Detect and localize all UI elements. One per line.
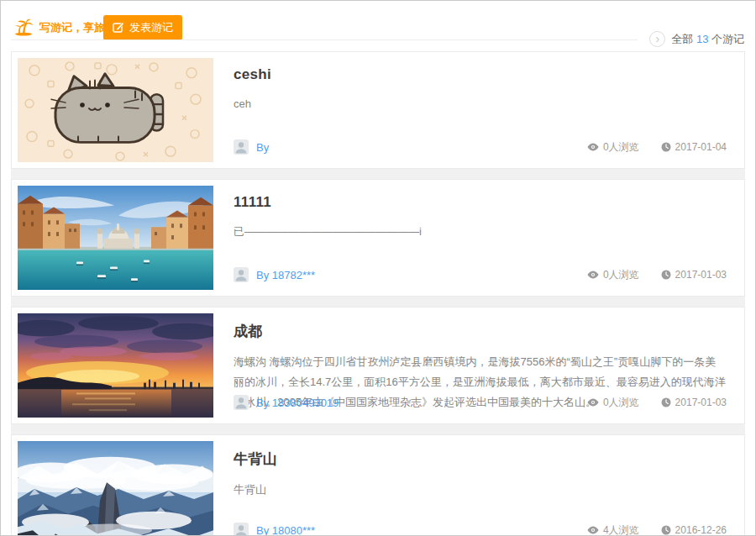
travel-note-list: ceshi ceh By 0人浏览 [11, 51, 745, 536]
note-description: ceh [234, 94, 727, 114]
brand: 写游记，享旅途 [14, 18, 116, 36]
author-link[interactable]: By 18380493019 [256, 397, 339, 409]
eye-icon [587, 271, 599, 279]
clock-icon [661, 525, 671, 535]
travel-note-card: 牛背山 牛背山 By 18080*** 4人浏览 [11, 434, 745, 536]
eye-icon [587, 526, 599, 534]
travel-notes-page: 写游记，享旅途 发表游记 › 全部 13 个游记 [0, 0, 756, 536]
clock-icon [661, 142, 671, 152]
thumbnail-snow-mountain[interactable] [18, 441, 213, 536]
publish-note-button[interactable]: 发表游记 [103, 15, 182, 40]
summary-text: 全部 13 个游记 [671, 32, 744, 47]
note-description: 牛背山 [234, 480, 727, 500]
clock-icon [661, 397, 671, 407]
note-title[interactable]: 牛背山 [234, 449, 727, 469]
author-link[interactable]: By [256, 141, 269, 154]
publish-date: 2016-12-26 [661, 524, 727, 536]
note-description: 已————————————————i [234, 222, 727, 242]
avatar-placeholder-icon [234, 395, 249, 410]
author-link[interactable]: By 18080*** [256, 524, 315, 536]
publish-date: 2017-01-04 [661, 141, 727, 153]
author-link[interactable]: By 18782*** [256, 269, 315, 281]
chevron-right-circle-icon[interactable]: › [649, 31, 665, 47]
thumbnail-sunset-lake[interactable] [18, 313, 213, 418]
note-title[interactable]: ceshi [234, 66, 727, 83]
header-divider [11, 39, 638, 40]
avatar-placeholder-icon [234, 523, 249, 536]
travel-note-card: 11111 已————————————————i By 18782*** 0人浏… [11, 179, 745, 297]
eye-icon [587, 143, 599, 151]
eye-icon [587, 398, 599, 407]
page-header: 写游记，享旅途 发表游记 › 全部 13 个游记 [1, 1, 755, 51]
views-count: 0人浏览 [587, 396, 639, 410]
thumbnail-venice-canal[interactable] [18, 186, 213, 290]
publish-button-label: 发表游记 [129, 20, 173, 35]
note-title[interactable]: 11111 [234, 194, 727, 211]
views-count: 0人浏览 [587, 140, 639, 155]
views-count: 4人浏览 [587, 523, 639, 536]
palm-tree-icon [14, 18, 34, 36]
publish-date: 2017-01-03 [661, 269, 727, 281]
travel-note-card: ceshi ceh By 0人浏览 [11, 51, 745, 169]
edit-pen-icon [113, 21, 124, 35]
note-title[interactable]: 成都 [234, 322, 727, 341]
publish-date: 2017-01-03 [661, 397, 727, 408]
notes-count: 13 [696, 33, 708, 45]
views-count: 0人浏览 [587, 268, 639, 282]
thumbnail-pusheen-cat[interactable] [18, 58, 213, 162]
travel-note-card: 成都 海螺沟 海螺沟位于四川省甘孜州泸定县磨西镇境内，是海拔7556米的“蜀山之… [11, 307, 745, 424]
clock-icon [661, 270, 671, 280]
avatar-placeholder-icon [234, 267, 249, 282]
avatar-placeholder-icon [234, 139, 249, 155]
notes-count-summary: › 全部 13 个游记 [649, 31, 744, 47]
